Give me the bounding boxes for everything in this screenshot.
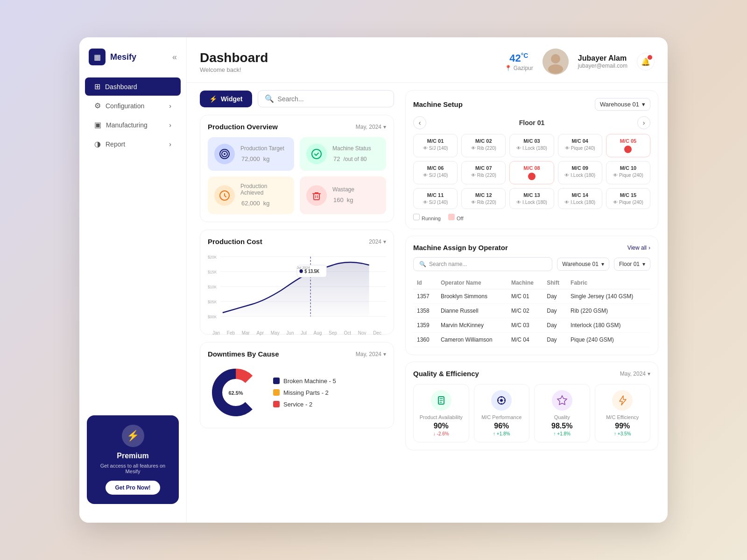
legend-missing-parts: Missing Parts - 2: [273, 389, 336, 396]
logo-icon: ▦: [89, 49, 106, 65]
achieved-icon: [214, 185, 235, 206]
chevron-right-icon: ›: [169, 140, 171, 148]
floor-title: Floor 01: [519, 119, 544, 126]
chevron-down-icon: ▾: [642, 261, 645, 267]
cost-chart-svg: $20K $15K $10K $05K $00K: [208, 252, 386, 327]
floor-filter[interactable]: Floor 01 ▾: [614, 258, 650, 271]
machine-cell-mc08: M/C 08: [509, 161, 554, 184]
machine-cell-mc03: M/C 03👁 I.Lock (180): [509, 134, 554, 157]
sidebar-item-label: Configuration: [106, 102, 144, 110]
downtimes-date[interactable]: May, 2024 ▾: [356, 351, 386, 357]
page-header: Dashboard Welcome back! 42°C 📍 Gazipur: [187, 37, 668, 83]
col-shift: Shift: [543, 277, 567, 289]
svg-text:$05K: $05K: [208, 300, 217, 304]
notification-badge: [648, 55, 652, 60]
col-fabric: Fabric: [567, 277, 650, 289]
sidebar-item-label: Manufacturing: [106, 121, 148, 129]
assign-search-box[interactable]: 🔍 Search name...: [413, 257, 552, 271]
machine-status-stat: Machine Status 72 /out of 80: [300, 137, 386, 171]
svg-text:$00K: $00K: [208, 315, 217, 319]
sidebar: ▦ Mesify « ⊞ Dashboard ⚙ Configuration ›: [79, 37, 187, 523]
premium-card: ⚡ Premium Get access to all features on …: [87, 415, 179, 504]
machine-cell-mc10: M/C 10👁 Pique (240): [606, 161, 650, 184]
svg-point-2: [548, 64, 563, 74]
avatar: [543, 49, 569, 75]
production-overview-date[interactable]: May, 2024 ▾: [356, 124, 386, 130]
quality-item-3: M/C Efficiency 99% ↑ +3.5%: [595, 384, 651, 442]
configuration-icon: ⚙: [94, 101, 101, 110]
machine-cell-mc11: M/C 11👁 S/J (140): [413, 188, 458, 209]
quality-item-0: Product Availability 90% ↓ -2.6%: [413, 384, 469, 442]
table-row: 1359Marvin McKinneyM/C 03DayInterlock (1…: [413, 318, 650, 333]
production-overview-card: Production Overview May, 2024 ▾: [200, 115, 394, 222]
sidebar-item-report[interactable]: ◑ Report ›: [85, 135, 181, 153]
col-id: Id: [413, 277, 437, 289]
legend-broken-machine: Broken Machine - 5: [273, 378, 336, 385]
user-name: Jubayer Alam: [578, 54, 627, 63]
location-icon: 📍: [505, 65, 512, 71]
user-email: jubayer@email.com: [578, 63, 627, 69]
quality-date[interactable]: May, 2024 ▾: [620, 371, 650, 377]
machine-legend: Running Off: [413, 214, 650, 221]
machine-setup-title: Machine Setup: [413, 100, 463, 108]
machine-cell-mc12: M/C 12👁 Rib (220): [461, 188, 506, 209]
header-right: 42°C 📍 Gazipur Jubayer Alam: [505, 49, 655, 75]
chevron-down-icon: ▾: [383, 124, 386, 130]
legend-service: Service - 2: [273, 401, 336, 408]
floor-next-button[interactable]: ›: [637, 116, 650, 129]
machine-cell-mc01: M/C 01👁 S/J (140): [413, 134, 458, 157]
machine-cell-mc13: M/C 13👁 I.Lock (180): [509, 188, 554, 209]
machine-cell-mc05: M/C 05: [606, 134, 650, 157]
machine-assign-card: Machine Assign by Operator View all › 🔍 …: [405, 236, 658, 355]
premium-desc: Get access to all features on Mesify: [96, 463, 169, 474]
warehouse-filter[interactable]: Warehouse 01 ▾: [557, 258, 609, 271]
manufacturing-icon: ▣: [94, 120, 101, 129]
sidebar-item-dashboard[interactable]: ⊞ Dashboard: [85, 77, 181, 96]
page-subtitle: Welcome back!: [200, 66, 268, 73]
svg-text:62.5%: 62.5%: [228, 390, 243, 396]
warehouse-select[interactable]: Warehouse 01 ▾: [595, 98, 650, 111]
chevron-right-icon: ›: [648, 245, 650, 251]
sidebar-nav: ⊞ Dashboard ⚙ Configuration › ▣ Manufact…: [79, 77, 186, 154]
cost-chart-area: $20K $15K $10K $05K $00K: [208, 252, 386, 327]
notification-button[interactable]: 🔔: [637, 53, 655, 70]
quality-icon-2: [552, 390, 572, 411]
toolbar: ⚡ Widget 🔍: [200, 90, 394, 107]
widget-button[interactable]: ⚡ Widget: [200, 91, 252, 107]
chevron-down-icon: ▾: [383, 351, 386, 357]
left-column: ⚡ Widget 🔍 Production Overview May, 2024: [187, 83, 402, 523]
col-operator: Operator Name: [437, 277, 507, 289]
production-achieved-stat: Production Achieved 62,000 kg: [208, 176, 294, 214]
quality-grid: Product Availability 90% ↓ -2.6% M/C Per…: [413, 384, 650, 442]
chart-x-labels: Jan Feb Mar Apr May Jun Jul Aug Sep Oct …: [208, 330, 386, 336]
machine-cell-mc06: M/C 06👁 S/J (140): [413, 161, 458, 184]
sidebar-item-configuration[interactable]: ⚙ Configuration ›: [85, 97, 181, 115]
quality-icon-0: [431, 390, 451, 411]
machine-cell-mc09: M/C 09👁 I.Lock (180): [558, 161, 602, 184]
production-cost-year[interactable]: 2024 ▾: [369, 238, 386, 245]
table-row: 1358Dianne RussellM/C 02DayRib (220 GSM): [413, 304, 650, 318]
downtimes-inner: 62.5% Broken Machine - 5 Missing Parts -…: [208, 364, 386, 420]
floor-prev-button[interactable]: ‹: [413, 116, 426, 129]
premium-icon: ⚡: [122, 425, 144, 447]
production-cost-title: Production Cost: [208, 238, 262, 245]
sidebar-item-manufacturing[interactable]: ▣ Manufacturing ›: [85, 116, 181, 134]
temperature: 42°C: [505, 52, 533, 64]
svg-point-6: [312, 149, 321, 159]
view-all-button[interactable]: View all ›: [627, 245, 650, 251]
production-overview-title: Production Overview: [208, 123, 278, 131]
dashboard-icon: ⊞: [94, 82, 100, 91]
machine-assign-title: Machine Assign by Operator: [413, 244, 508, 252]
collapse-button[interactable]: «: [172, 52, 177, 62]
machine-cell-mc07: M/C 07👁 Rib (220): [461, 161, 506, 184]
get-pro-button[interactable]: Get Pro Now!: [106, 481, 160, 495]
chevron-down-icon: ▾: [642, 101, 645, 108]
machines-grid: M/C 01👁 S/J (140)M/C 02👁 Rib (220)M/C 03…: [413, 134, 650, 209]
missing-parts-dot: [273, 389, 280, 396]
svg-point-1: [551, 54, 560, 63]
wastage-icon: [306, 185, 327, 206]
search-input[interactable]: [278, 95, 387, 103]
quality-efficiency-card: Quality & Efficiency May, 2024 ▾ Product…: [405, 362, 658, 450]
search-box[interactable]: 🔍: [258, 90, 394, 107]
chevron-right-icon: ›: [169, 102, 171, 110]
